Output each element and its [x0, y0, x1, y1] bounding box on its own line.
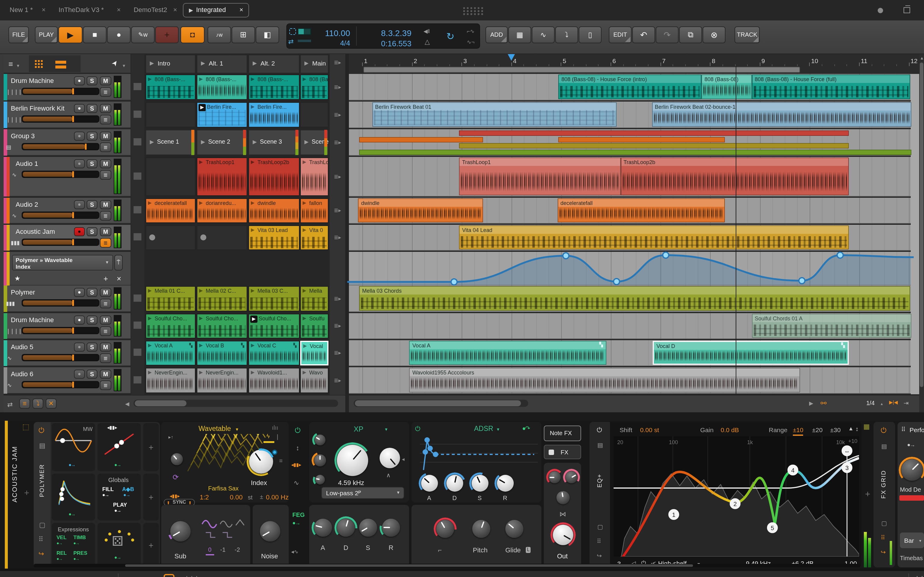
clip-stop-square[interactable]: [134, 322, 141, 329]
launcher-grid-icon[interactable]: [41, 63, 43, 65]
launcher-clip[interactable]: ▶dwindle: [249, 198, 300, 223]
volume-fader-handle[interactable]: [85, 143, 87, 150]
launcher-hscroll-handle[interactable]: [135, 400, 186, 406]
solo-button[interactable]: S: [87, 200, 97, 209]
arranger-rows-icon2[interactable]: [55, 66, 66, 69]
volume-fader-handle[interactable]: [72, 355, 74, 361]
clip-stop-square[interactable]: [134, 83, 141, 90]
clip-stop-icon[interactable]: [200, 234, 206, 240]
record-arm-button[interactable]: ●: [74, 76, 85, 85]
launcher-clip[interactable]: ▶808 (Bass-...: [300, 74, 328, 100]
post-roll-icon[interactable]: ∿¬: [467, 40, 475, 45]
dice-mod-icon[interactable]: ●→: [114, 555, 121, 560]
arranger-clip[interactable]: 808 (Bass-08) - House Force (intro): [559, 74, 702, 99]
mute-button[interactable]: M: [100, 227, 111, 236]
tab-close-icon[interactable]: ×: [239, 6, 243, 13]
add-modulator-button[interactable]: +: [149, 443, 153, 451]
add-modulator-button[interactable]: +: [149, 541, 153, 550]
volume-fader-handle[interactable]: [72, 171, 74, 177]
cutoff-value[interactable]: 4.59 kHz: [338, 480, 364, 486]
device-scroll-handle[interactable]: [125, 564, 693, 567]
adsr-d-knob[interactable]: [446, 475, 463, 492]
solo-button[interactable]: S: [87, 316, 97, 324]
arranger-clip[interactable]: Berlin Firework Beat 02-bounce-1: [652, 102, 911, 127]
index-menu-icon[interactable]: ≡: [279, 458, 283, 464]
clip-play-icon[interactable]: ▶: [302, 160, 306, 165]
performer-mod-icon[interactable]: ●→: [907, 442, 915, 448]
feg-s-knob[interactable]: [359, 519, 377, 537]
active-panel-icon[interactable]: [164, 574, 174, 577]
arranger-clip[interactable]: deceleratefall: [557, 198, 725, 222]
eq-remote-icon[interactable]: ▢: [597, 524, 603, 530]
expression-mod-icon[interactable]: ●→: [73, 541, 79, 545]
launcher-clip[interactable]: ▶Vita 03 Lead: [249, 226, 300, 250]
filter-spread-icon[interactable]: ↕: [296, 445, 299, 451]
launcher-grid-icon[interactable]: [41, 60, 43, 62]
launcher-clip[interactable]: ▶NeverEngin...: [197, 368, 247, 393]
time-value[interactable]: 0:16.553: [365, 40, 412, 47]
mute-button[interactable]: M: [100, 288, 111, 297]
polymer-preset-icon[interactable]: ▤: [39, 442, 45, 449]
volume-fader-handle[interactable]: [72, 300, 74, 306]
feg-mod-icon[interactable]: ●→: [292, 521, 300, 526]
volume-fader-handle[interactable]: [72, 239, 74, 245]
tab-close-icon[interactable]: ×: [173, 6, 177, 13]
volume-fader-handle[interactable]: [72, 382, 74, 388]
solo-button[interactable]: S: [87, 343, 97, 351]
group-scene-play-icon[interactable]: ▶: [150, 139, 154, 145]
mode2-icon[interactable]: |: [277, 434, 278, 440]
eq-preset-icon[interactable]: ▤: [597, 442, 603, 448]
automation-write-button[interactable]: ✎w: [131, 26, 155, 43]
sub-shape-icons[interactable]: [201, 518, 244, 538]
add-button[interactable]: ADD: [485, 26, 508, 43]
polymer-modulators-icon[interactable]: ⠿: [39, 536, 43, 543]
track-menu-button[interactable]: ≡: [100, 87, 111, 97]
solo-button[interactable]: S: [87, 132, 97, 141]
mod-depth-knob[interactable]: [901, 459, 923, 481]
empty-clip-slot[interactable]: [145, 102, 195, 127]
expression-mod-icon[interactable]: ●→: [73, 556, 79, 561]
snap-mode-icon[interactable]: ▶|◀: [889, 400, 898, 405]
filter-caret[interactable]: ▾: [385, 427, 388, 432]
clip-stop-square[interactable]: [134, 376, 141, 383]
edit-button[interactable]: EDIT: [609, 26, 632, 43]
solo-button[interactable]: S: [87, 104, 97, 113]
position-value[interactable]: 8.3.2.39: [361, 29, 412, 37]
record-arm-button[interactable]: ●: [74, 159, 85, 168]
fxgrid-expand-icon[interactable]: ↪: [881, 550, 886, 555]
launcher-clip[interactable]: ▶deceleratefall: [145, 198, 195, 223]
clip-play-icon[interactable]: ▶: [199, 288, 203, 293]
launcher-clip[interactable]: ▶Vocal A▚: [145, 341, 195, 366]
clip-play-icon[interactable]: ▶: [302, 288, 306, 293]
track-menu-button[interactable]: ≡: [100, 299, 111, 308]
vscroll-up-icon[interactable]: ▲: [920, 56, 924, 60]
track-list-icon[interactable]: ≡: [8, 60, 13, 68]
clip-play-icon[interactable]: ▶: [251, 105, 254, 110]
clip-stop-square[interactable]: [134, 110, 141, 118]
glide-knob[interactable]: [505, 520, 523, 538]
keys-orange-icon[interactable]: ◂▮▮▸: [170, 494, 180, 499]
launcher-clip[interactable]: ▶Berlin Fire...: [249, 102, 300, 127]
adsr-s-knob[interactable]: [472, 475, 488, 492]
launcher-clip[interactable]: ▶Mella 03 C...: [249, 286, 300, 311]
polymer-expand-icon[interactable]: ↪: [39, 551, 44, 557]
tab-label[interactable]: Integrated: [196, 6, 226, 13]
group-lane-clip[interactable]: [459, 131, 848, 136]
track-name[interactable]: Drum Machine: [11, 77, 54, 84]
track-name[interactable]: Audio 1: [16, 161, 38, 167]
track-name[interactable]: Audio 6: [11, 371, 33, 377]
automation-pin-button[interactable]: ⍑: [114, 255, 123, 271]
track-name[interactable]: Group 3: [11, 133, 35, 139]
out-knob2[interactable]: [565, 471, 577, 483]
volume-fader-handle[interactable]: [72, 212, 74, 218]
overdub-button[interactable]: ⊞: [232, 26, 255, 43]
arranger-clip[interactable]: dwindle: [358, 198, 483, 222]
group-scene-name[interactable]: Scene 3: [260, 139, 282, 145]
clip-stop-square[interactable]: [134, 233, 141, 240]
wavetable-preset-name[interactable]: Farfisa Sax: [208, 486, 239, 492]
mute-button[interactable]: M: [100, 316, 111, 324]
swap-io-icon[interactable]: ⇄: [7, 401, 13, 408]
follow-button[interactable]: ⤵: [32, 398, 43, 409]
launcher-grid-icon[interactable]: [38, 66, 40, 68]
arranger-hscroll-handle[interactable]: [355, 400, 521, 406]
